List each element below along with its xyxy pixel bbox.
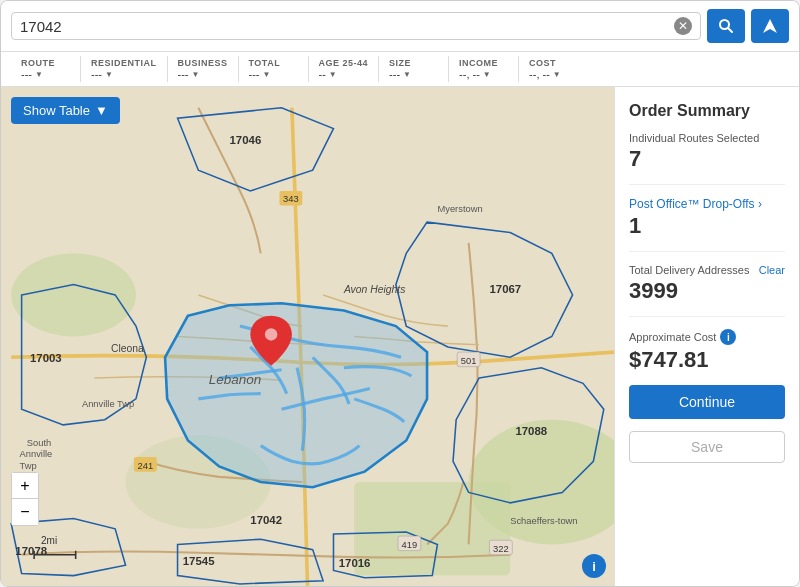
filter-residential-value: --- — [91, 68, 102, 80]
svg-text:Avon Heights: Avon Heights — [343, 284, 406, 295]
approx-cost-section: Approximate Cost i $747.81 — [629, 329, 785, 373]
map-canvas: 17046 17003 17067 17088 17078 17545 1701… — [1, 87, 614, 586]
svg-text:Schaeffers-town: Schaeffers-town — [510, 516, 577, 526]
filter-business[interactable]: BUSINESS --- ▼ — [168, 56, 239, 82]
main-container: ✕ ROUTE --- ▼ RESIDENTIAL --- — [0, 0, 800, 587]
show-table-button[interactable]: Show Table ▼ — [11, 97, 120, 124]
approx-cost-value: $747.81 — [629, 347, 785, 373]
filter-business-arrow: ▼ — [192, 70, 200, 79]
post-office-link[interactable]: Post Office™ Drop-Offs › — [629, 197, 785, 211]
navigate-button[interactable] — [751, 9, 789, 43]
filter-age-label: AGE 25-44 — [319, 58, 369, 68]
post-office-section: Post Office™ Drop-Offs › 1 — [629, 197, 785, 239]
filter-income-value: --, -- — [459, 68, 480, 80]
map-scale-value: 2mi — [41, 535, 57, 546]
svg-text:Annville Twp: Annville Twp — [82, 399, 134, 409]
filter-age[interactable]: AGE 25-44 -- ▼ — [309, 56, 380, 82]
filter-cost[interactable]: COST --, -- ▼ — [519, 56, 589, 82]
svg-text:419: 419 — [402, 540, 418, 550]
svg-text:343: 343 — [283, 194, 299, 204]
search-icon — [718, 18, 734, 34]
filter-route[interactable]: ROUTE --- ▼ — [11, 56, 81, 82]
svg-text:Lebanon: Lebanon — [209, 372, 262, 387]
svg-marker-2 — [763, 19, 777, 33]
show-table-label: Show Table — [23, 103, 90, 118]
search-button[interactable] — [707, 9, 745, 43]
filter-income-label: INCOME — [459, 58, 508, 68]
map-svg: 17046 17003 17067 17088 17078 17545 1701… — [1, 87, 614, 586]
filter-route-value: --- — [21, 68, 32, 80]
filter-route-arrow: ▼ — [35, 70, 43, 79]
divider-3 — [629, 316, 785, 317]
zip-17067: 17067 — [489, 283, 521, 295]
divider-1 — [629, 184, 785, 185]
individual-routes-section: Individual Routes Selected 7 — [629, 132, 785, 172]
zip-17545: 17545 — [183, 555, 215, 567]
search-bar: ✕ — [1, 1, 799, 52]
filter-size-arrow: ▼ — [403, 70, 411, 79]
map-scale: 2mi — [41, 535, 57, 546]
svg-point-31 — [265, 328, 277, 340]
filter-row: ROUTE --- ▼ RESIDENTIAL --- ▼ BUSINESS -… — [1, 52, 799, 87]
post-office-value: 1 — [629, 213, 785, 239]
order-summary-title: Order Summary — [629, 101, 785, 120]
zoom-out-button[interactable]: − — [12, 499, 38, 525]
approx-cost-label: Approximate Cost — [629, 331, 716, 343]
filter-cost-value: --, -- — [529, 68, 550, 80]
filter-size[interactable]: SIZE --- ▼ — [379, 56, 449, 82]
search-input-wrap: ✕ — [11, 12, 701, 40]
zip-17088: 17088 — [515, 425, 547, 437]
save-button[interactable]: Save — [629, 431, 785, 463]
filter-size-value: --- — [389, 68, 400, 80]
filter-total-label: TOTAL — [249, 58, 298, 68]
svg-text:South: South — [27, 438, 51, 448]
zip-17046: 17046 — [230, 134, 262, 146]
approx-cost-info-button[interactable]: i — [720, 329, 736, 345]
filter-residential-arrow: ▼ — [105, 70, 113, 79]
filter-residential-label: RESIDENTIAL — [91, 58, 157, 68]
svg-text:Cleona: Cleona — [111, 343, 144, 354]
filter-size-label: SIZE — [389, 58, 438, 68]
zip-17016: 17016 — [339, 557, 371, 569]
search-input[interactable] — [20, 18, 674, 35]
clear-search-button[interactable]: ✕ — [674, 17, 692, 35]
svg-rect-6 — [354, 482, 510, 576]
filter-route-label: ROUTE — [21, 58, 70, 68]
filter-age-value: -- — [319, 68, 326, 80]
continue-button[interactable]: Continue — [629, 385, 785, 419]
filter-cost-label: COST — [529, 58, 579, 68]
individual-routes-value: 7 — [629, 146, 785, 172]
total-delivery-section: Total Delivery Addresses Clear 3999 — [629, 264, 785, 304]
filter-total[interactable]: TOTAL --- ▼ — [239, 56, 309, 82]
filter-total-arrow: ▼ — [263, 70, 271, 79]
svg-text:241: 241 — [138, 461, 154, 471]
filter-residential[interactable]: RESIDENTIAL --- ▼ — [81, 56, 168, 82]
filter-income[interactable]: INCOME --, -- ▼ — [449, 56, 519, 82]
filter-cost-arrow: ▼ — [553, 70, 561, 79]
order-panel: Order Summary Individual Routes Selected… — [614, 87, 799, 586]
svg-text:Myerstown: Myerstown — [437, 204, 482, 214]
total-delivery-label: Total Delivery Addresses — [629, 264, 749, 276]
zip-17042-center: 17042 — [250, 514, 282, 526]
content-area: 17046 17003 17067 17088 17078 17545 1701… — [1, 87, 799, 586]
total-delivery-value: 3999 — [629, 278, 785, 304]
zoom-controls: + − — [11, 472, 39, 526]
clear-button[interactable]: Clear — [759, 264, 785, 276]
filter-business-label: BUSINESS — [178, 58, 228, 68]
filter-total-value: --- — [249, 68, 260, 80]
svg-text:501: 501 — [461, 356, 477, 366]
map-info-button[interactable]: i — [582, 554, 606, 578]
show-table-arrow: ▼ — [95, 103, 108, 118]
svg-text:Annville: Annville — [20, 449, 53, 459]
divider-2 — [629, 251, 785, 252]
navigate-icon — [762, 18, 778, 34]
zoom-in-button[interactable]: + — [12, 473, 38, 499]
map-area[interactable]: 17046 17003 17067 17088 17078 17545 1701… — [1, 87, 614, 586]
svg-point-4 — [11, 253, 136, 336]
svg-line-1 — [728, 28, 732, 32]
zip-17003: 17003 — [30, 352, 62, 364]
filter-age-arrow: ▼ — [329, 70, 337, 79]
svg-text:Twp: Twp — [20, 461, 37, 471]
filter-income-arrow: ▼ — [483, 70, 491, 79]
individual-routes-label: Individual Routes Selected — [629, 132, 785, 144]
